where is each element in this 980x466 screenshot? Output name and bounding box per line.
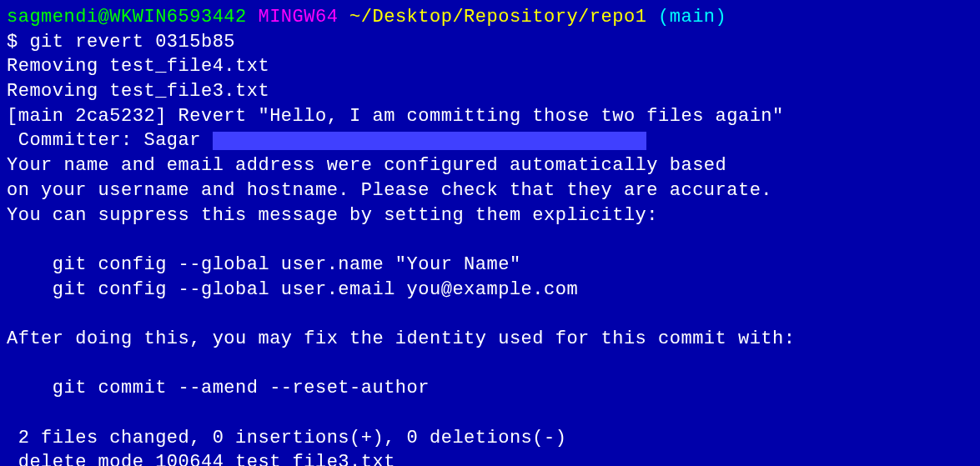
output-line: git commit --amend --reset-author bbox=[7, 376, 973, 401]
output-line bbox=[7, 352, 973, 377]
committer-line: Committer: Sagar bbox=[7, 128, 973, 153]
output-line: [main 2ca5232] Revert "Hello, I am commi… bbox=[7, 104, 973, 129]
output-line: You can suppress this message by setting… bbox=[7, 203, 973, 228]
redacted-email bbox=[213, 132, 646, 150]
prompt-line: sagmendi@WKWIN6593442 MINGW64 ~/Desktop/… bbox=[7, 5, 973, 30]
committer-prefix: Committer: Sagar bbox=[7, 130, 213, 151]
shell-name: MINGW64 bbox=[258, 7, 338, 28]
user-host: sagmendi@WKWIN6593442 bbox=[7, 7, 247, 28]
output-line: 2 files changed, 0 insertions(+), 0 dele… bbox=[7, 426, 973, 451]
git-branch: (main) bbox=[658, 7, 726, 28]
output-line: on your username and hostname. Please ch… bbox=[7, 178, 973, 203]
output-line: Removing test_file3.txt bbox=[7, 79, 973, 104]
output-line: Removing test_file4.txt bbox=[7, 54, 973, 79]
output-line bbox=[7, 302, 973, 327]
output-line: Your name and email address were configu… bbox=[7, 153, 973, 178]
output-line: After doing this, you may fix the identi… bbox=[7, 327, 973, 352]
current-path: ~/Desktop/Repository/repo1 bbox=[349, 7, 646, 28]
output-line: git config --global user.email you@examp… bbox=[7, 278, 973, 303]
output-line: git config --global user.name "Your Name… bbox=[7, 253, 973, 278]
output-line bbox=[7, 401, 973, 426]
output-line bbox=[7, 228, 973, 253]
output-line: delete mode 100644 test_file3.txt bbox=[7, 450, 973, 466]
command-input[interactable]: $ git revert 0315b85 bbox=[7, 30, 973, 55]
